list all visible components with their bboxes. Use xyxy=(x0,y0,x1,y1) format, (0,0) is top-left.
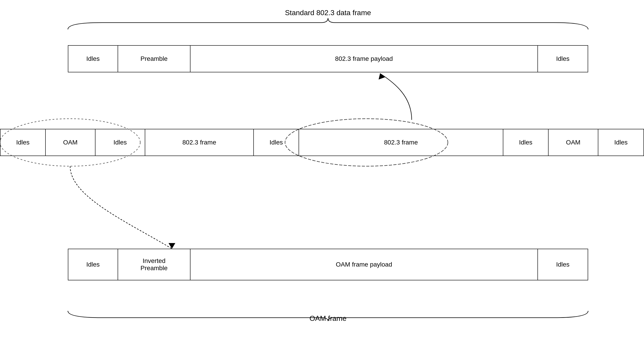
top-cell-preamble: Preamble xyxy=(118,46,190,72)
bot-cell-inverted-preamble: Inverted Preamble xyxy=(118,249,190,280)
top-frame: Idles Preamble 802.3 frame payload Idles xyxy=(68,45,588,72)
top-frame-label: Standard 802.3 data frame xyxy=(285,8,371,17)
mid-cell-oam-2: OAM xyxy=(548,129,598,156)
top-cell-payload: 802.3 frame payload xyxy=(190,46,538,72)
mid-cell-idles-2: Idles xyxy=(96,129,145,156)
diagram-container: Standard 802.3 data frame Idles Preamble… xyxy=(0,0,644,350)
mid-cell-idles-5: Idles xyxy=(598,129,644,156)
svg-marker-2 xyxy=(377,72,385,80)
bot-cell-oam-payload: OAM frame payload xyxy=(190,249,538,280)
svg-marker-3 xyxy=(168,243,175,249)
top-cell-idles-right: Idles xyxy=(538,46,588,72)
top-cell-idles-left: Idles xyxy=(68,46,118,72)
bot-cell-idles-left: Idles xyxy=(68,249,118,280)
mid-cell-idles-1: Idles xyxy=(0,129,46,156)
bot-frame: Idles Inverted Preamble OAM frame payloa… xyxy=(68,249,588,280)
mid-cell-oam-1: OAM xyxy=(46,129,96,156)
mid-cell-frame-1: 802.3 frame xyxy=(145,129,254,156)
mid-cell-frame-2: 802.3 frame xyxy=(299,129,503,156)
bot-frame-label: OAM frame xyxy=(310,314,346,323)
mid-cell-idles-4: Idles xyxy=(503,129,548,156)
mid-cell-idles-3: Idles xyxy=(254,129,299,156)
bot-cell-idles-right: Idles xyxy=(538,249,588,280)
mid-frame: Idles OAM Idles 802.3 frame Idles 802.3 … xyxy=(0,129,644,156)
